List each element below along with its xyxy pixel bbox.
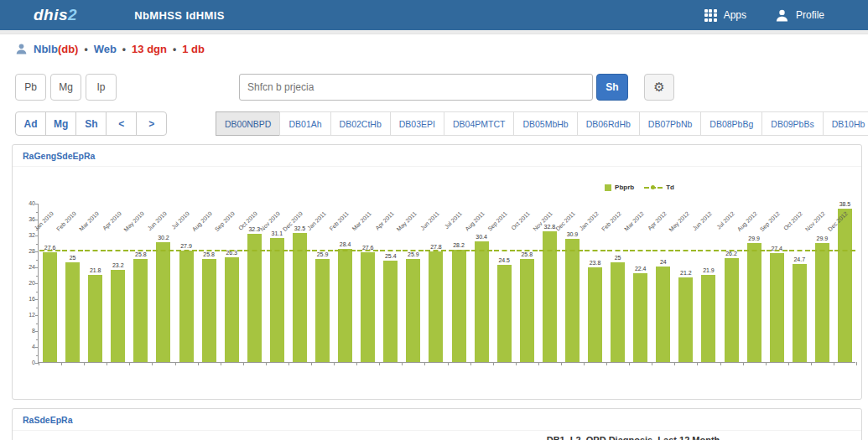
bar-Mar-2012[interactable] bbox=[633, 273, 647, 362]
nav-button-Mg[interactable]: Mg bbox=[45, 111, 76, 136]
legend-target-line-icon bbox=[644, 187, 663, 189]
bar-Sep-2011[interactable] bbox=[497, 265, 512, 362]
x-axis-tick bbox=[811, 362, 812, 365]
dashboard-tab-DB04PMTCT[interactable]: DB04PMTCT bbox=[444, 111, 514, 136]
profile-menu[interactable]: Profile bbox=[775, 8, 824, 23]
y-axis-tick bbox=[36, 292, 39, 292]
toolbar-button-Ip[interactable]: Ip bbox=[86, 74, 117, 101]
y-axis-label: 4 bbox=[17, 344, 35, 349]
bar-Mar-2010[interactable] bbox=[88, 275, 102, 362]
dashboard-tab-DB03EPI[interactable]: DB03EPI bbox=[390, 111, 444, 136]
x-axis-tick bbox=[198, 362, 199, 365]
second-panel-links[interactable]: RaSdeEpRa bbox=[13, 409, 861, 431]
y-axis-tick bbox=[35, 283, 39, 284]
chart-panel-links[interactable]: RaGengSdeEpRa bbox=[13, 145, 861, 167]
bar-Dec-2011[interactable] bbox=[565, 239, 580, 362]
bar-Nov-2012[interactable] bbox=[815, 243, 829, 362]
dashboard-tab-DB10Hb[interactable]: DB10Hb bbox=[823, 111, 868, 136]
legend-target-label: Td bbox=[666, 184, 674, 191]
bar-Feb-2011[interactable] bbox=[338, 249, 352, 362]
apps-menu[interactable]: Apps bbox=[704, 9, 746, 22]
x-axis-tick bbox=[674, 362, 675, 365]
bar-Apr-2010[interactable] bbox=[111, 270, 125, 362]
bar-Oct-2011[interactable] bbox=[520, 259, 534, 362]
legend-bar-swatch-icon bbox=[605, 184, 611, 191]
dashboard-tab-row: AdMgSh<> DB00NBPDDB01AhDB02CtHbDB03EPIDB… bbox=[0, 111, 868, 137]
bar-May-2011[interactable] bbox=[406, 259, 420, 362]
toolbar-button-Mg[interactable]: Mg bbox=[50, 74, 81, 101]
nav-button-Ad[interactable]: Ad bbox=[15, 111, 46, 136]
bar-Jan-2012[interactable] bbox=[588, 267, 602, 362]
separator-dot: • bbox=[84, 44, 87, 55]
bar-Oct-2012[interactable] bbox=[793, 264, 807, 362]
dashboard-context[interactable]: Web bbox=[94, 43, 117, 55]
bar-value-label: 25 bbox=[606, 255, 631, 261]
search-area: Sh bbox=[239, 74, 628, 101]
legend-bar-label: Pbprb bbox=[615, 184, 634, 191]
bar-Mar-2011[interactable] bbox=[361, 252, 375, 362]
nav-button->[interactable]: > bbox=[136, 111, 167, 136]
nav-button-Sh[interactable]: Sh bbox=[75, 111, 107, 136]
bar-May-2010[interactable] bbox=[133, 259, 148, 362]
bar-Apr-2012[interactable] bbox=[656, 267, 670, 362]
bar-Jun-2012[interactable] bbox=[701, 275, 715, 362]
x-axis-tick bbox=[152, 362, 153, 365]
bar-Jan-2011[interactable] bbox=[315, 259, 330, 362]
y-axis-tick bbox=[36, 355, 39, 356]
bar-Jan-2010[interactable] bbox=[43, 252, 57, 362]
bar-May-2012[interactable] bbox=[678, 277, 693, 362]
toolbar-buttons: PbMgIp bbox=[15, 74, 117, 101]
bar-value-label: 22.4 bbox=[628, 266, 653, 272]
bar-Apr-2011[interactable] bbox=[383, 261, 398, 362]
bar-Dec-2012[interactable] bbox=[838, 209, 852, 362]
dashboard-tab-DB05MbHb[interactable]: DB05MbHb bbox=[513, 111, 577, 136]
topbar-right: Apps Profile bbox=[704, 8, 824, 23]
dashboard-owner[interactable]: Nblb bbox=[34, 43, 58, 55]
y-axis-tick bbox=[35, 204, 39, 204]
nav-button-<[interactable]: < bbox=[106, 111, 137, 136]
dhis2-logo[interactable]: dhis2 bbox=[34, 6, 77, 24]
x-axis-tick bbox=[107, 362, 107, 365]
bar-Nov-2010[interactable] bbox=[270, 238, 284, 362]
bar-value-label: 23.2 bbox=[106, 262, 131, 268]
x-axis-tick bbox=[175, 362, 176, 365]
bar-Jul-2012[interactable] bbox=[725, 258, 739, 362]
bar-Feb-2010[interactable] bbox=[65, 262, 80, 362]
dashboard-tab-DB01Ah[interactable]: DB01Ah bbox=[279, 111, 330, 136]
app-title: NbMHSS IdHMIS bbox=[134, 9, 225, 22]
bar-Jul-2010[interactable] bbox=[179, 251, 194, 362]
bar-Sep-2012[interactable] bbox=[770, 253, 784, 362]
dashboard-tabs: DB00NBPDDB01AhDB02CtHbDB03EPIDB04PMTCTDB… bbox=[216, 111, 868, 136]
y-axis-label: 36 bbox=[17, 216, 35, 222]
dashboard-tab-DB00NBPD[interactable]: DB00NBPD bbox=[216, 111, 280, 136]
x-axis-tick bbox=[743, 362, 744, 365]
dashboard-tab-DB08PbBg[interactable]: DB08PbBg bbox=[700, 111, 762, 136]
bar-Sep-2010[interactable] bbox=[225, 257, 239, 362]
bar-Jun-2011[interactable] bbox=[429, 251, 443, 362]
legend-item-bars[interactable]: Pbprb bbox=[605, 184, 634, 191]
x-axis-tick bbox=[379, 362, 380, 365]
dashboard-tab-DB06RdHb[interactable]: DB06RdHb bbox=[577, 111, 640, 136]
dashboard-tab-DB09PbBs[interactable]: DB09PbBs bbox=[761, 111, 823, 136]
bar-value-label: 21.9 bbox=[696, 267, 721, 273]
bar-Jul-2011[interactable] bbox=[452, 250, 466, 362]
bar-Aug-2011[interactable] bbox=[475, 241, 489, 362]
y-axis-tick bbox=[35, 299, 39, 300]
search-input[interactable] bbox=[239, 74, 593, 101]
separator-dot: • bbox=[173, 44, 176, 55]
toolbar-button-Pb[interactable]: Pb bbox=[15, 74, 46, 101]
search-button[interactable]: Sh bbox=[596, 74, 628, 101]
dashboard-tab-DB02CtHb[interactable]: DB02CtHb bbox=[330, 111, 391, 136]
bar-value-label: 24 bbox=[651, 259, 676, 265]
bar-Aug-2012[interactable] bbox=[747, 243, 761, 362]
bar-Jun-2010[interactable] bbox=[156, 242, 170, 362]
x-axis-tick bbox=[448, 362, 449, 365]
y-axis-label: 8 bbox=[17, 328, 35, 334]
bar-Aug-2010[interactable] bbox=[202, 259, 216, 362]
dashboard-tab-DB07PbNb[interactable]: DB07PbNb bbox=[639, 111, 702, 136]
x-axis-tick bbox=[356, 362, 357, 365]
y-axis-tick bbox=[36, 212, 39, 213]
legend-item-target[interactable]: Td bbox=[644, 184, 674, 191]
settings-gear-button[interactable]: ⚙ bbox=[644, 74, 674, 101]
bar-Feb-2012[interactable] bbox=[611, 262, 625, 362]
